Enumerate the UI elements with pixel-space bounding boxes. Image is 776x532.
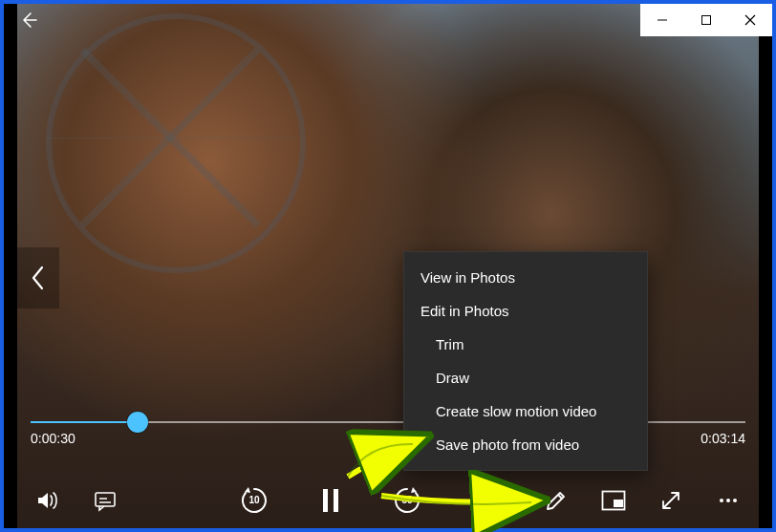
skip-forward-label: 30 (401, 495, 412, 505)
svg-point-6 (720, 499, 723, 502)
subtitles-button[interactable] (88, 483, 122, 518)
menu-draw[interactable]: Draw (403, 361, 648, 394)
menu-view-in-photos[interactable]: View in Photos (403, 261, 648, 294)
menu-edit-in-photos[interactable]: Edit in Photos (403, 294, 648, 328)
volume-button[interactable] (31, 483, 65, 518)
fullscreen-icon (659, 489, 682, 512)
svg-rect-3 (334, 489, 338, 512)
fullscreen-button[interactable] (654, 483, 688, 518)
skip-back-label: 10 (248, 495, 259, 505)
menu-create-slow-motion[interactable]: Create slow motion video (403, 394, 648, 428)
maximize-icon (701, 14, 712, 26)
subtitle-icon (93, 488, 118, 513)
miniview-button[interactable] (596, 483, 631, 518)
minimize-button[interactable] (640, 4, 684, 36)
back-button[interactable] (10, 4, 48, 36)
edit-button[interactable] (539, 483, 573, 518)
pencil-icon (545, 489, 568, 512)
app-window: 0:00:30 0:03:14 10 (0, 0, 776, 532)
pause-button[interactable] (313, 483, 348, 518)
svg-rect-2 (323, 489, 328, 512)
minimize-icon (657, 14, 668, 26)
close-button[interactable] (728, 4, 772, 36)
menu-trim[interactable]: Trim (403, 328, 648, 361)
back-arrow-icon (19, 11, 38, 30)
more-icon (717, 489, 740, 512)
more-button[interactable] (711, 483, 745, 518)
volume-icon (35, 488, 60, 513)
chevron-left-icon (30, 265, 47, 291)
miniview-icon (601, 490, 626, 511)
svg-rect-5 (614, 500, 623, 507)
total-time: 0:03:14 (701, 431, 745, 446)
svg-rect-1 (96, 493, 115, 506)
player-controls: 10 30 (4, 473, 772, 528)
previous-media-button[interactable] (17, 247, 59, 309)
edit-context-menu: View in Photos Edit in Photos Trim Draw … (403, 251, 648, 471)
pause-icon (319, 487, 342, 514)
title-bar (4, 4, 772, 36)
close-icon (744, 14, 756, 26)
skip-forward-button[interactable]: 30 (390, 483, 424, 518)
svg-rect-0 (702, 16, 711, 25)
current-time: 0:00:30 (31, 431, 75, 446)
svg-point-7 (726, 499, 730, 502)
window-controls (640, 4, 772, 36)
svg-point-8 (733, 499, 737, 502)
menu-save-photo-from-video[interactable]: Save photo from video (403, 428, 648, 461)
seek-thumb[interactable] (127, 412, 148, 433)
seek-fill (31, 421, 138, 423)
skip-back-button[interactable]: 10 (237, 483, 271, 518)
maximize-button[interactable] (684, 4, 728, 36)
